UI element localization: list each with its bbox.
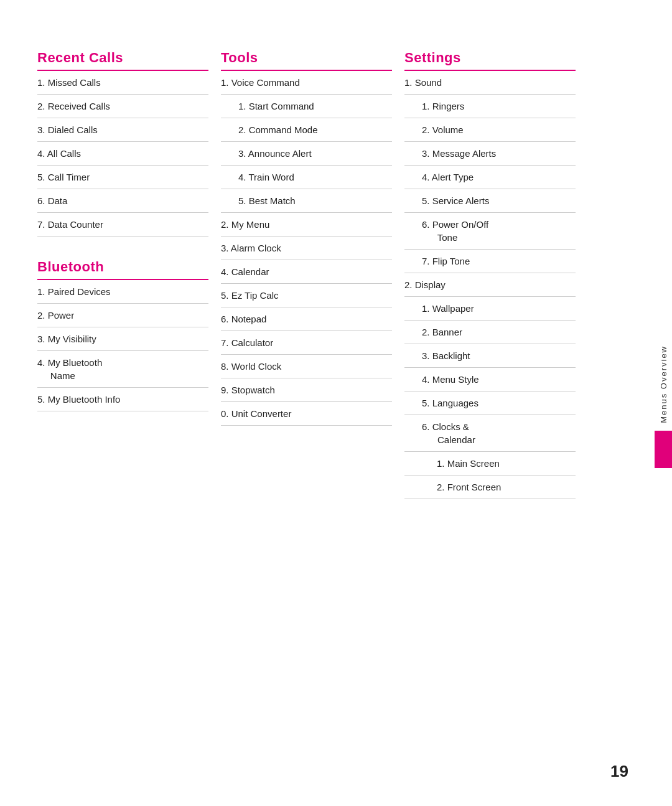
list-item: 5. Ez Tip Calc [221,284,392,307]
list-item: 6. Data [37,189,208,213]
column-settings: Settings 1. Sound 1. Ringers 2. Volume 3… [404,50,588,499]
list-item: 4. My Bluetooth Name [37,351,208,388]
list-item: 2. Front Screen [404,476,576,499]
section-title-tools: Tools [221,50,392,71]
list-item: 7. Flip Tone [404,250,576,273]
sidebar-label: Menus Overview [655,338,672,431]
list-item: 8. World Clock [221,355,392,378]
list-item: 2. Banner [404,321,576,344]
tools-list: 1. Voice Command 1. Start Command 2. Com… [221,71,392,426]
list-item: 3. Message Alerts [404,142,576,166]
list-item: 5. Call Timer [37,166,208,189]
list-item: 6. Clocks & Calendar [404,415,576,452]
sidebar-tab-container: Menus Overview [640,0,672,806]
list-item: 6. Notepad [221,307,392,331]
list-item: 2. Display [404,273,576,297]
bluetooth-list: 1. Paired Devices 2. Power 3. My Visibil… [37,280,208,411]
list-item: 4. All Calls [37,142,208,166]
recent-calls-list: 1. Missed Calls 2. Received Calls 3. Dia… [37,71,208,237]
list-item: 2. Power [37,304,208,327]
list-item: 9. Stopwatch [221,378,392,402]
list-item: 1. Voice Command [221,71,392,95]
list-item: 3. Alarm Clock [221,237,392,260]
list-item: 5. My Bluetooth Info [37,388,208,411]
page-container: Recent Calls 1. Missed Calls 2. Received… [0,0,672,747]
list-item: 3. Dialed Calls [37,118,208,142]
list-item: 4. Train Word [221,166,392,189]
section-title-bluetooth: Bluetooth [37,259,208,280]
settings-list: 1. Sound 1. Ringers 2. Volume 3. Message… [404,71,576,499]
list-item: 3. My Visibility [37,327,208,351]
list-item: 1. Missed Calls [37,71,208,95]
list-item: 1. Start Command [221,95,392,118]
list-item: 4. Alert Type [404,166,576,189]
list-item: 4. Menu Style [404,368,576,391]
section-title-settings: Settings [404,50,576,71]
list-item: 6. Power On/Off Tone [404,213,576,250]
section-title-recent-calls: Recent Calls [37,50,208,71]
list-item: 0. Unit Converter [221,402,392,426]
list-item: 2. Command Mode [221,118,392,142]
list-item: 5. Best Match [221,189,392,213]
list-item: 7. Data Counter [37,213,208,237]
list-item: 2. Received Calls [37,95,208,118]
list-item: 5. Service Alerts [404,189,576,213]
sidebar-block [655,431,672,468]
list-item: 1. Wallpaper [404,297,576,321]
list-item: 2. My Menu [221,213,392,237]
column-tools: Tools 1. Voice Command 1. Start Command … [221,50,404,426]
list-item: 7. Calculator [221,331,392,355]
column-recent-calls: Recent Calls 1. Missed Calls 2. Received… [37,50,221,411]
page-number: 19 [610,762,628,781]
list-item: 3. Backlight [404,344,576,368]
list-item: 1. Ringers [404,95,576,118]
list-item: 4. Calendar [221,260,392,284]
list-item: 1. Main Screen [404,452,576,476]
list-item: 3. Announce Alert [221,142,392,166]
list-item: 1. Paired Devices [37,280,208,304]
list-item: 2. Volume [404,118,576,142]
list-item: 5. Languages [404,391,576,415]
list-item: 1. Sound [404,71,576,95]
